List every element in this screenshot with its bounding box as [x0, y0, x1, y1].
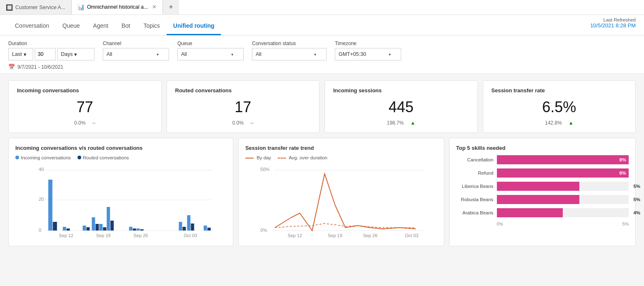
- svg-text:50%: 50%: [260, 167, 269, 172]
- nav-item-agent[interactable]: Agent: [87, 22, 115, 35]
- duration-unit-select[interactable]: Days ▾: [57, 48, 94, 60]
- duration-preset-select[interactable]: Last ▾: [8, 48, 33, 60]
- nav-item-bot[interactable]: Bot: [115, 22, 137, 35]
- tab-omnichannel-label: Omnichannel historical a...: [87, 4, 148, 10]
- nav-agent-label: Agent: [93, 22, 109, 29]
- conversation-status-value: All: [256, 51, 261, 57]
- svg-text:Sep 12: Sep 12: [288, 233, 302, 238]
- nav-queue-label: Queue: [63, 22, 80, 29]
- timezone-label: Timezone: [335, 41, 401, 46]
- tab-customer-service[interactable]: 🔲 Customer Service A...: [0, 0, 72, 14]
- nav-item-topics[interactable]: Topics: [137, 22, 167, 35]
- svg-rect-25: [191, 224, 194, 231]
- line-chart-card: Session transfer rate trend By day Avg. …: [238, 138, 444, 246]
- tab-close-button[interactable]: ✕: [152, 4, 157, 10]
- duration-controls: Last ▾ Days ▾: [8, 48, 94, 60]
- skill-bar-container-cancellation: 8%: [497, 155, 629, 164]
- svg-text:40: 40: [39, 167, 44, 172]
- kpi-incoming-conversations-value: 77: [17, 99, 153, 116]
- kpi-session-transfer-rate-title: Session transfer rate: [491, 87, 627, 94]
- kpi-session-transfer-rate-value: 6.5%: [491, 99, 627, 116]
- channel-chevron: ▾: [157, 52, 159, 57]
- skill-label-robusta: Robusta Beans: [456, 197, 494, 202]
- tab-omnichannel[interactable]: 📊 Omnichannel historical a... ✕: [72, 0, 163, 14]
- tab-add-button[interactable]: +: [163, 0, 179, 14]
- svg-rect-7: [53, 222, 57, 231]
- line-chart-title: Session transfer rate trend: [245, 145, 437, 151]
- kpi-session-transfer-rate: Session transfer rate 6.5% 142.8% ▲: [483, 80, 636, 133]
- filter-row: Duration Last ▾ Days ▾ Channel All ▾: [8, 41, 636, 60]
- skills-chart-card: Top 5 skills needed Cancellation 8% Refu…: [449, 138, 636, 246]
- filters-bar: Duration Last ▾ Days ▾ Channel All ▾: [0, 36, 644, 74]
- conversation-status-chevron: ▾: [314, 52, 316, 57]
- nav-item-conversation[interactable]: Conversation: [8, 22, 56, 35]
- svg-text:20: 20: [39, 197, 44, 202]
- kpi-incoming-sessions: Incoming sessions 445 198.7% ▲: [324, 80, 478, 133]
- kpi-incoming-pct: 0.0%: [74, 120, 85, 126]
- queue-select[interactable]: All ▾: [177, 48, 244, 60]
- conversation-status-select[interactable]: All ▾: [252, 48, 327, 60]
- channel-select[interactable]: All ▾: [103, 48, 169, 60]
- svg-rect-16: [107, 207, 110, 231]
- legend-by-day: By day: [245, 155, 271, 160]
- skill-bar-liberica: [497, 182, 579, 191]
- bar-chart-card: Incoming conversations v/s routed conver…: [8, 138, 233, 246]
- kpi-incoming-conversations-title: Incoming conversations: [17, 87, 153, 94]
- bar-chart-legend: Incoming conversations Routed conversati…: [15, 155, 226, 160]
- skill-pct-liberica: 5%: [633, 184, 640, 189]
- svg-text:0: 0: [39, 228, 41, 233]
- svg-rect-10: [82, 226, 86, 231]
- skill-label-refund: Refund: [456, 171, 494, 175]
- skill-row-robusta: Robusta Beans 5%: [456, 195, 629, 204]
- bar-chart-title: Incoming conversations v/s routed conver…: [15, 145, 226, 151]
- skill-bar-container-arabica: 4%: [497, 208, 629, 217]
- timezone-select[interactable]: GMT+05:30 ▾: [335, 48, 401, 60]
- timezone-chevron: ▾: [389, 52, 391, 57]
- nav-bot-label: Bot: [121, 22, 130, 29]
- svg-text:Oct 03: Oct 03: [184, 233, 197, 238]
- svg-rect-13: [95, 224, 99, 231]
- customer-service-icon: 🔲: [6, 4, 13, 11]
- kpi-routed-pct: 0.0%: [232, 120, 244, 126]
- queue-chevron: ▾: [231, 52, 233, 57]
- kpi-routed-dash: --: [250, 120, 254, 126]
- svg-text:Oct 03: Oct 03: [405, 233, 418, 238]
- line-chart-legend: By day Avg. over duration: [245, 155, 437, 160]
- skill-pct-arabica: 4%: [633, 210, 640, 215]
- legend-routed-label: Routed conversations: [83, 155, 129, 160]
- svg-rect-12: [92, 217, 95, 231]
- filter-conversation-status: Conversation status All ▾: [252, 41, 327, 60]
- skill-bar-container-refund: 8%: [497, 168, 629, 178]
- nav-item-unified-routing[interactable]: Unified routing: [167, 22, 221, 35]
- queue-label: Queue: [177, 41, 244, 46]
- duration-value-input[interactable]: [35, 48, 56, 60]
- svg-rect-21: [140, 229, 143, 231]
- svg-text:Sep 26: Sep 26: [363, 233, 378, 238]
- kpi-sessions-pct: 198.7%: [387, 120, 404, 126]
- skill-pct-robusta: 5%: [633, 197, 640, 202]
- date-range-value: 9/7/2021 - 10/6/2021: [17, 64, 63, 70]
- nav-conversation-label: Conversation: [15, 22, 49, 29]
- svg-rect-27: [207, 228, 211, 231]
- filter-duration: Duration Last ▾ Days ▾: [8, 41, 94, 60]
- last-refreshed-label: Last Refreshed: [590, 17, 636, 22]
- svg-text:Sep 19: Sep 19: [328, 233, 342, 238]
- kpi-incoming-dash: --: [92, 120, 95, 126]
- omnichannel-icon: 📊: [77, 4, 85, 10]
- kpi-session-transfer-rate-footer: 142.8% ▲: [491, 120, 627, 126]
- svg-rect-24: [187, 215, 190, 231]
- svg-text:Sep 19: Sep 19: [96, 233, 111, 238]
- svg-text:Sep 26: Sep 26: [133, 233, 148, 238]
- kpi-transfer-pct: 142.8%: [545, 120, 562, 126]
- nav-item-queue[interactable]: Queue: [56, 22, 87, 35]
- skill-bar-cancellation: [497, 155, 629, 164]
- nav-unified-routing-label: Unified routing: [173, 22, 215, 29]
- tab-add-icon: +: [169, 3, 173, 12]
- skill-label-cancellation: Cancellation: [456, 157, 494, 162]
- kpi-routed-conversations: Routed conversations 17 0.0% --: [167, 80, 320, 133]
- skills-bars: Cancellation 8% Refund 8% Liberica Beans…: [456, 155, 629, 217]
- skills-axis-0: 0%: [497, 221, 503, 226]
- kpi-incoming-sessions-footer: 198.7% ▲: [333, 120, 469, 126]
- svg-rect-26: [203, 226, 207, 231]
- svg-rect-23: [182, 227, 186, 231]
